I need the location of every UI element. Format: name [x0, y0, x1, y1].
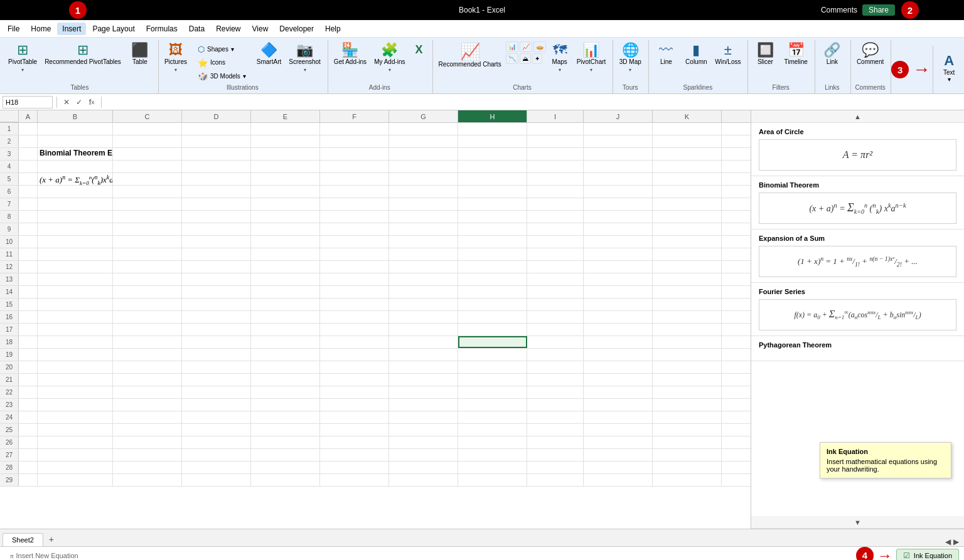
cell-b20[interactable]	[38, 361, 113, 373]
cell-k12[interactable]	[653, 261, 722, 273]
cell-b4[interactable]	[38, 161, 113, 172]
cell-k8[interactable]	[653, 211, 722, 223]
cell-g26[interactable]	[389, 436, 458, 448]
cell-g9[interactable]	[389, 223, 458, 235]
menu-review[interactable]: Review	[211, 23, 245, 35]
col-header-h[interactable]: H	[458, 110, 527, 122]
row-header-18[interactable]: 18	[0, 336, 19, 348]
row-header-11[interactable]: 11	[0, 248, 19, 260]
cell-h17[interactable]	[458, 324, 527, 335]
row-header-3[interactable]: 3	[0, 148, 19, 160]
cell-a23[interactable]	[19, 399, 38, 411]
cell-a1[interactable]	[19, 123, 38, 135]
table-btn[interactable]: ⬛ Table	[126, 41, 154, 82]
cell-k27[interactable]	[653, 449, 722, 461]
cell-d16[interactable]	[182, 311, 251, 323]
row-header-17[interactable]: 17	[0, 324, 19, 335]
scatter-chart-btn[interactable]: ✦	[532, 53, 542, 64]
slicer-btn[interactable]: 🔲 Slicer	[751, 41, 779, 82]
cell-e19[interactable]	[251, 349, 320, 361]
cell-j19[interactable]	[584, 349, 653, 361]
cell-j6[interactable]	[584, 186, 653, 198]
cell-e18[interactable]	[251, 336, 320, 348]
cell-b25[interactable]	[38, 424, 113, 436]
eq-pythagorean[interactable]: Pythagorean Theorem	[751, 336, 964, 361]
cell-j28[interactable]	[584, 462, 653, 473]
cell-a6[interactable]	[19, 186, 38, 198]
menu-view[interactable]: View	[247, 23, 274, 35]
cell-e23[interactable]	[251, 399, 320, 411]
cell-k29[interactable]	[653, 474, 722, 486]
cell-i22[interactable]	[527, 386, 584, 398]
cell-h15[interactable]	[458, 298, 527, 310]
cell-d2[interactable]	[182, 135, 251, 147]
col-header-c[interactable]: C	[113, 110, 182, 122]
col-header-j[interactable]: J	[584, 110, 653, 122]
cell-e1[interactable]	[251, 123, 320, 135]
cell-i2[interactable]	[527, 135, 584, 147]
cell-k25[interactable]	[653, 424, 722, 436]
cell-a25[interactable]	[19, 424, 38, 436]
cell-i17[interactable]	[527, 324, 584, 335]
cell-f11[interactable]	[320, 248, 389, 260]
cell-d19[interactable]	[182, 349, 251, 361]
cell-h14[interactable]	[458, 286, 527, 298]
row-header-9[interactable]: 9	[0, 223, 19, 235]
cell-h18[interactable]	[458, 336, 527, 348]
cell-h27[interactable]	[458, 449, 527, 461]
pivot-chart-btn[interactable]: 📊 PivotChart ▾	[574, 41, 609, 82]
cell-e14[interactable]	[251, 286, 320, 298]
function-btn[interactable]: fx	[86, 97, 97, 108]
cell-g10[interactable]	[389, 236, 458, 248]
cell-c29[interactable]	[113, 474, 182, 486]
cell-a21[interactable]	[19, 374, 38, 386]
cell-f2[interactable]	[320, 135, 389, 147]
cell-h29[interactable]	[458, 474, 527, 486]
cell-a20[interactable]	[19, 361, 38, 373]
col-header-d[interactable]: D	[182, 110, 251, 122]
cell-a22[interactable]	[19, 386, 38, 398]
line-sparkline-btn[interactable]: 〰 Line	[651, 41, 680, 82]
cell-e15[interactable]	[251, 298, 320, 310]
sheet-tab-sheet2[interactable]: Sheet2	[3, 533, 43, 546]
cell-j22[interactable]	[584, 386, 653, 398]
cell-i13[interactable]	[527, 273, 584, 285]
comments-btn[interactable]: Comments	[821, 6, 857, 14]
row-header-26[interactable]: 26	[0, 436, 19, 448]
cell-d21[interactable]	[182, 374, 251, 386]
cell-f21[interactable]	[320, 374, 389, 386]
cell-h4[interactable]	[458, 161, 527, 172]
cell-j27[interactable]	[584, 449, 653, 461]
recommended-pivot-btn[interactable]: ⊞ Recommended PivotTables	[41, 41, 124, 82]
cell-c8[interactable]	[113, 211, 182, 223]
cell-e13[interactable]	[251, 273, 320, 285]
cell-b18[interactable]	[38, 336, 113, 348]
smartart-btn[interactable]: 🔷 SmartArt	[254, 41, 284, 82]
cell-i28[interactable]	[527, 462, 584, 473]
recommended-charts-btn[interactable]: 📈 Recommended Charts	[436, 41, 505, 82]
cell-d1[interactable]	[182, 123, 251, 135]
cell-c20[interactable]	[113, 361, 182, 373]
cell-i4[interactable]	[527, 161, 584, 172]
cell-g18[interactable]	[389, 336, 458, 348]
cell-g3[interactable]	[389, 148, 458, 160]
cell-h26[interactable]	[458, 436, 527, 448]
screenshot-btn[interactable]: 📷 Screenshot ▾	[286, 41, 324, 82]
confirm-formula-btn[interactable]: ✓	[73, 97, 85, 108]
cell-j2[interactable]	[584, 135, 653, 147]
cell-a9[interactable]	[19, 223, 38, 235]
cell-d9[interactable]	[182, 223, 251, 235]
cell-j24[interactable]	[584, 411, 653, 423]
cell-d11[interactable]	[182, 248, 251, 260]
cell-h9[interactable]	[458, 223, 527, 235]
cell-e29[interactable]	[251, 474, 320, 486]
cell-a14[interactable]	[19, 286, 38, 298]
cell-c27[interactable]	[113, 449, 182, 461]
cell-i1[interactable]	[527, 123, 584, 135]
cell-j17[interactable]	[584, 324, 653, 335]
cell-h19[interactable]	[458, 349, 527, 361]
cell-a24[interactable]	[19, 411, 38, 423]
cell-g6[interactable]	[389, 186, 458, 198]
cell-f28[interactable]	[320, 462, 389, 473]
row-header-7[interactable]: 7	[0, 198, 19, 210]
